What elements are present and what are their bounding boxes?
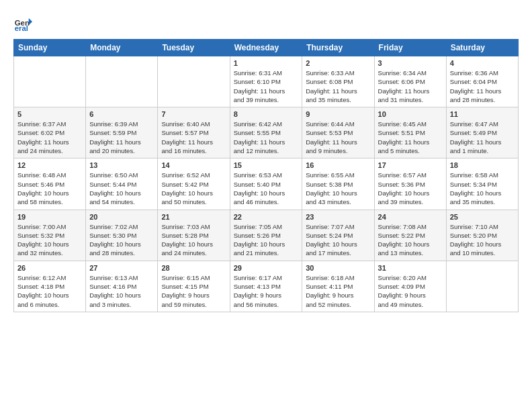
- day-info: Sunrise: 6:18 AM Sunset: 4:11 PM Dayligh…: [306, 273, 370, 309]
- day-info: Sunrise: 6:33 AM Sunset: 6:08 PM Dayligh…: [306, 68, 370, 104]
- week-row-1: 1Sunrise: 6:31 AM Sunset: 6:10 PM Daylig…: [14, 56, 519, 107]
- day-info: Sunrise: 6:13 AM Sunset: 4:16 PM Dayligh…: [89, 273, 154, 309]
- day-info: Sunrise: 7:05 AM Sunset: 5:26 PM Dayligh…: [234, 222, 299, 258]
- day-header-thursday: Thursday: [302, 40, 374, 56]
- logo-icon: Gen eral: [13, 13, 32, 32]
- day-info: Sunrise: 6:52 AM Sunset: 5:42 PM Dayligh…: [161, 171, 226, 206]
- calendar-cell: 30Sunrise: 6:18 AM Sunset: 4:11 PM Dayli…: [302, 261, 374, 312]
- day-number: 19: [17, 213, 82, 221]
- calendar-cell: 23Sunrise: 7:07 AM Sunset: 5:24 PM Dayli…: [302, 210, 374, 261]
- calendar-cell: 4Sunrise: 6:36 AM Sunset: 6:04 PM Daylig…: [446, 56, 518, 107]
- day-number: 13: [89, 161, 154, 169]
- calendar-header-row: SundayMondayTuesdayWednesdayThursdayFrid…: [14, 40, 519, 56]
- day-info: Sunrise: 6:50 AM Sunset: 5:44 PM Dayligh…: [89, 171, 154, 206]
- day-info: Sunrise: 6:36 AM Sunset: 6:04 PM Dayligh…: [450, 68, 515, 104]
- day-number: 27: [89, 264, 154, 272]
- calendar-cell: [158, 56, 230, 107]
- svg-marker-2: [29, 18, 32, 26]
- day-number: 26: [17, 264, 82, 272]
- calendar-cell: 19Sunrise: 7:00 AM Sunset: 5:32 PM Dayli…: [14, 210, 86, 261]
- calendar-cell: 14Sunrise: 6:52 AM Sunset: 5:42 PM Dayli…: [158, 158, 230, 210]
- day-info: Sunrise: 7:10 AM Sunset: 5:20 PM Dayligh…: [450, 222, 515, 258]
- calendar-cell: [446, 261, 518, 312]
- day-number: 23: [306, 213, 370, 221]
- day-number: 5: [17, 110, 82, 118]
- day-info: Sunrise: 6:44 AM Sunset: 5:53 PM Dayligh…: [306, 120, 370, 155]
- day-info: Sunrise: 6:55 AM Sunset: 5:38 PM Dayligh…: [306, 171, 370, 206]
- week-row-5: 26Sunrise: 6:12 AM Sunset: 4:18 PM Dayli…: [14, 261, 519, 312]
- day-header-wednesday: Wednesday: [230, 40, 302, 56]
- day-number: 30: [306, 264, 370, 272]
- day-info: Sunrise: 6:42 AM Sunset: 5:55 PM Dayligh…: [234, 120, 299, 155]
- day-number: 3: [378, 59, 443, 67]
- calendar-cell: 26Sunrise: 6:12 AM Sunset: 4:18 PM Dayli…: [14, 261, 86, 312]
- day-info: Sunrise: 6:37 AM Sunset: 6:02 PM Dayligh…: [17, 120, 82, 155]
- day-number: 24: [378, 213, 443, 221]
- calendar-cell: 21Sunrise: 7:03 AM Sunset: 5:28 PM Dayli…: [158, 210, 230, 261]
- week-row-3: 12Sunrise: 6:48 AM Sunset: 5:46 PM Dayli…: [14, 158, 519, 210]
- day-number: 15: [234, 161, 299, 169]
- calendar-cell: 31Sunrise: 6:20 AM Sunset: 4:09 PM Dayli…: [374, 261, 446, 312]
- calendar-cell: 6Sunrise: 6:39 AM Sunset: 5:59 PM Daylig…: [86, 107, 158, 158]
- calendar-cell: 22Sunrise: 7:05 AM Sunset: 5:26 PM Dayli…: [230, 210, 302, 261]
- day-header-saturday: Saturday: [446, 40, 518, 56]
- day-number: 31: [378, 264, 443, 272]
- day-number: 8: [234, 110, 299, 118]
- day-info: Sunrise: 6:12 AM Sunset: 4:18 PM Dayligh…: [17, 273, 82, 309]
- day-info: Sunrise: 6:20 AM Sunset: 4:09 PM Dayligh…: [378, 273, 443, 309]
- day-info: Sunrise: 7:00 AM Sunset: 5:32 PM Dayligh…: [17, 222, 82, 258]
- day-number: 7: [161, 110, 226, 118]
- day-number: 4: [450, 59, 515, 67]
- calendar-cell: 5Sunrise: 6:37 AM Sunset: 6:02 PM Daylig…: [14, 107, 86, 158]
- day-info: Sunrise: 6:15 AM Sunset: 4:15 PM Dayligh…: [161, 273, 226, 309]
- day-number: 17: [378, 161, 443, 169]
- day-number: 25: [450, 213, 515, 221]
- day-info: Sunrise: 7:08 AM Sunset: 5:22 PM Dayligh…: [378, 222, 443, 258]
- day-info: Sunrise: 6:17 AM Sunset: 4:13 PM Dayligh…: [234, 273, 299, 309]
- day-number: 14: [161, 161, 226, 169]
- day-number: 21: [161, 213, 226, 221]
- day-info: Sunrise: 7:07 AM Sunset: 5:24 PM Dayligh…: [306, 222, 370, 258]
- day-number: 12: [17, 161, 82, 169]
- day-info: Sunrise: 6:57 AM Sunset: 5:36 PM Dayligh…: [378, 171, 443, 206]
- calendar-cell: [86, 56, 158, 107]
- week-row-4: 19Sunrise: 7:00 AM Sunset: 5:32 PM Dayli…: [14, 210, 519, 261]
- day-info: Sunrise: 6:53 AM Sunset: 5:40 PM Dayligh…: [234, 171, 299, 206]
- calendar-cell: 27Sunrise: 6:13 AM Sunset: 4:16 PM Dayli…: [86, 261, 158, 312]
- logo: Gen eral: [13, 13, 35, 32]
- day-number: 16: [306, 161, 370, 169]
- calendar-cell: 7Sunrise: 6:40 AM Sunset: 5:57 PM Daylig…: [158, 107, 230, 158]
- day-info: Sunrise: 6:40 AM Sunset: 5:57 PM Dayligh…: [161, 120, 226, 155]
- day-header-sunday: Sunday: [14, 40, 86, 56]
- calendar-cell: 29Sunrise: 6:17 AM Sunset: 4:13 PM Dayli…: [230, 261, 302, 312]
- day-number: 11: [450, 110, 515, 118]
- week-row-2: 5Sunrise: 6:37 AM Sunset: 6:02 PM Daylig…: [14, 107, 519, 158]
- calendar-cell: [14, 56, 86, 107]
- day-number: 9: [306, 110, 370, 118]
- calendar-cell: 16Sunrise: 6:55 AM Sunset: 5:38 PM Dayli…: [302, 158, 374, 210]
- day-info: Sunrise: 7:03 AM Sunset: 5:28 PM Dayligh…: [161, 222, 226, 258]
- day-info: Sunrise: 6:48 AM Sunset: 5:46 PM Dayligh…: [17, 171, 82, 206]
- day-number: 18: [450, 161, 515, 169]
- calendar-cell: 10Sunrise: 6:45 AM Sunset: 5:51 PM Dayli…: [374, 107, 446, 158]
- day-number: 28: [161, 264, 226, 272]
- day-header-monday: Monday: [86, 40, 158, 56]
- calendar-cell: 13Sunrise: 6:50 AM Sunset: 5:44 PM Dayli…: [86, 158, 158, 210]
- calendar-cell: 3Sunrise: 6:34 AM Sunset: 6:06 PM Daylig…: [374, 56, 446, 107]
- day-number: 29: [234, 264, 299, 272]
- calendar-cell: 2Sunrise: 6:33 AM Sunset: 6:08 PM Daylig…: [302, 56, 374, 107]
- calendar-cell: 18Sunrise: 6:58 AM Sunset: 5:34 PM Dayli…: [446, 158, 518, 210]
- day-number: 2: [306, 59, 370, 67]
- day-number: 22: [234, 213, 299, 221]
- calendar-cell: 11Sunrise: 6:47 AM Sunset: 5:49 PM Dayli…: [446, 107, 518, 158]
- day-info: Sunrise: 6:45 AM Sunset: 5:51 PM Dayligh…: [378, 120, 443, 155]
- calendar-cell: 15Sunrise: 6:53 AM Sunset: 5:40 PM Dayli…: [230, 158, 302, 210]
- calendar: SundayMondayTuesdayWednesdayThursdayFrid…: [13, 39, 519, 312]
- day-number: 20: [89, 213, 154, 221]
- day-header-friday: Friday: [374, 40, 446, 56]
- calendar-cell: 17Sunrise: 6:57 AM Sunset: 5:36 PM Dayli…: [374, 158, 446, 210]
- calendar-cell: 28Sunrise: 6:15 AM Sunset: 4:15 PM Dayli…: [158, 261, 230, 312]
- day-number: 6: [89, 110, 154, 118]
- day-info: Sunrise: 6:47 AM Sunset: 5:49 PM Dayligh…: [450, 120, 515, 155]
- calendar-cell: 24Sunrise: 7:08 AM Sunset: 5:22 PM Dayli…: [374, 210, 446, 261]
